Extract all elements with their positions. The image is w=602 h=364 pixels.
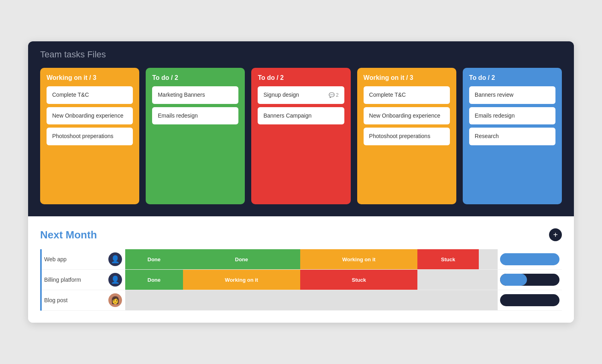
avatar-cell: 👤 (105, 270, 125, 290)
status-cell-empty (417, 270, 478, 290)
timeline-table: Web app👤DoneDoneWorking on itStuckBillin… (40, 249, 562, 311)
task-card[interactable]: Photoshoot preperations (364, 128, 450, 145)
card-text: Research (475, 132, 499, 140)
task-card[interactable]: New Onboarding experience (47, 107, 133, 125)
avatar: 👩 (108, 293, 122, 307)
card-text: Complete T&C (369, 91, 406, 99)
kanban-column-col2: To do / 2Marketing BannersEmails redesig… (146, 68, 245, 204)
progress-cell (498, 249, 562, 270)
column-header: To do / 2 (152, 74, 238, 81)
section-header: Next Month + (40, 228, 562, 241)
kanban-column-col4: Working on it / 3Complete T&CNew Onboard… (357, 68, 456, 204)
card-text: Emails redesign (475, 112, 515, 120)
status-cell-empty (479, 290, 498, 311)
status-cell-empty (183, 290, 300, 311)
card-text: Marketing Banners (158, 91, 205, 99)
table-row[interactable]: Web app👤DoneDoneWorking on itStuck (41, 249, 562, 270)
status-cell-empty (479, 249, 498, 270)
kanban-board: Working on it / 3Complete T&CNew Onboard… (40, 68, 562, 204)
card-text: Banners review (475, 91, 514, 99)
card-text: Complete T&C (52, 91, 89, 99)
card-text: New Onboarding experience (369, 112, 440, 120)
task-card[interactable]: Complete T&C (47, 86, 133, 104)
status-cell-empty (125, 290, 183, 311)
add-button[interactable]: + (549, 228, 562, 241)
status-cell-working: Working on it (300, 249, 417, 270)
section-title: Next Month (40, 229, 97, 241)
status-cell-empty (417, 290, 478, 311)
task-card[interactable]: New Onboarding experience (364, 107, 450, 125)
avatar-cell: 👤 (105, 249, 125, 270)
card-text: Emails redesign (158, 112, 198, 120)
kanban-column-col1: Working on it / 3Complete T&CNew Onboard… (40, 68, 139, 204)
task-card[interactable]: Emails redesign (469, 107, 555, 125)
row-label: Blog post (41, 290, 105, 311)
task-card[interactable]: Emails redesign (152, 107, 238, 125)
status-cell-done: Done (125, 270, 183, 290)
card-text: New Onboarding experience (52, 112, 123, 120)
card-text: Banners Campaign (263, 112, 311, 120)
comment-badge: 💬 2 (329, 92, 339, 98)
title-main: Team tasks (40, 49, 85, 59)
column-header: Working on it / 3 (364, 74, 450, 81)
task-card[interactable]: Marketing Banners (152, 86, 238, 104)
column-header: Working on it / 3 (47, 74, 133, 81)
kanban-column-col5: To do / 2Banners reviewEmails redesignRe… (463, 68, 562, 204)
progress-fill (500, 274, 527, 286)
card-text: Photoshoot preperations (52, 132, 114, 140)
status-cell-stuck: Stuck (300, 270, 417, 290)
progress-cell (498, 290, 562, 311)
kanban-column-col3: To do / 2Signup design💬 2Banners Campaig… (251, 68, 350, 204)
table-row[interactable]: Billing platform👤DoneWorking on itStuck (41, 270, 562, 290)
bottom-section: Next Month + Web app👤DoneDoneWorking on … (28, 216, 574, 323)
status-cell-done: Done (183, 249, 300, 270)
column-header: To do / 2 (469, 74, 555, 81)
task-card[interactable]: Signup design💬 2 (258, 86, 344, 104)
task-card[interactable]: Banners Campaign (258, 107, 344, 125)
avatar: 👤 (108, 252, 122, 266)
status-cell-stuck: Stuck (417, 249, 478, 270)
row-label: Web app (41, 249, 105, 270)
status-cell-done: Done (125, 249, 183, 270)
page-title: Team tasks Files (40, 49, 562, 60)
app-container: Team tasks Files Working on it / 3Comple… (28, 41, 574, 323)
progress-cell (498, 270, 562, 290)
avatar: 👤 (108, 273, 122, 287)
status-cell-empty (300, 290, 417, 311)
task-card[interactable]: Research (469, 128, 555, 145)
avatar-cell: 👩 (105, 290, 125, 311)
row-label: Billing platform (41, 270, 105, 290)
card-text: Signup design (263, 91, 299, 99)
title-subtitle: Files (87, 49, 106, 59)
top-section: Team tasks Files Working on it / 3Comple… (28, 41, 574, 216)
progress-fill (500, 253, 545, 265)
task-card[interactable]: Photoshoot preperations (47, 128, 133, 145)
task-card[interactable]: Complete T&C (364, 86, 450, 104)
task-card[interactable]: Banners review (469, 86, 555, 104)
table-row[interactable]: Blog post👩 (41, 290, 562, 311)
column-header: To do / 2 (258, 74, 344, 81)
status-cell-working: Working on it (183, 270, 300, 290)
card-text: Photoshoot preperations (369, 132, 431, 140)
status-cell-empty (479, 270, 498, 290)
